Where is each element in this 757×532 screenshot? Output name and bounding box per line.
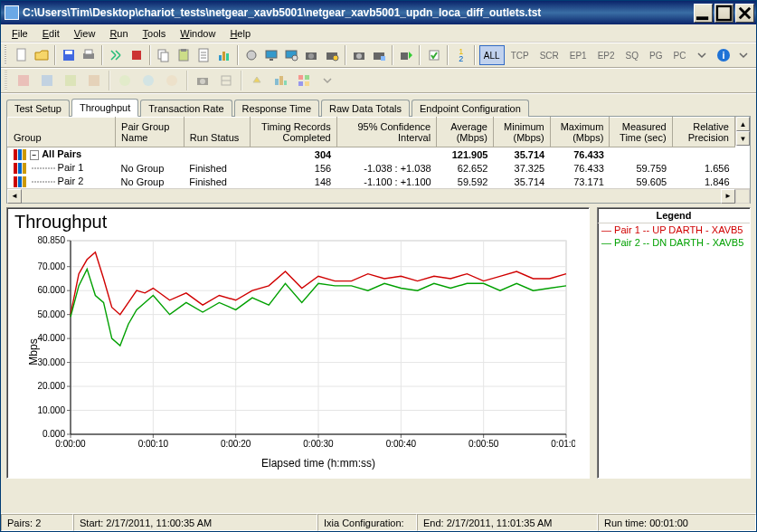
tool2-b-icon[interactable]	[36, 71, 58, 90]
tool2-d-icon[interactable]	[83, 71, 105, 90]
tab-test-setup[interactable]: Test Setup	[6, 100, 70, 117]
svg-point-20	[292, 55, 298, 61]
svg-rect-13	[219, 55, 222, 61]
tool2-e-icon[interactable]	[114, 71, 136, 90]
monitor-icon[interactable]	[262, 45, 280, 65]
tab-transaction-rate[interactable]: Transaction Rate	[140, 100, 232, 117]
svg-rect-35	[65, 75, 76, 86]
toolbar-grip[interactable]	[5, 71, 7, 90]
col-average[interactable]: Average (Mbps)	[437, 118, 494, 147]
scroll-down-icon[interactable]: ▼	[736, 131, 750, 146]
chevron-down-icon[interactable]	[734, 45, 752, 65]
col-pair-group-name[interactable]: Pair Group Name	[116, 118, 185, 147]
tab-throughput[interactable]: Throughput	[71, 99, 138, 117]
grid-horizontal-scrollbar[interactable]: ◄ ►	[7, 188, 750, 203]
filter-pg-button[interactable]: PG	[645, 45, 667, 65]
menu-help[interactable]: Help	[222, 26, 258, 41]
svg-rect-18	[270, 59, 273, 61]
menu-window[interactable]: Window	[173, 26, 222, 41]
filter-pc-button[interactable]: PC	[669, 45, 691, 65]
tool2-c-icon[interactable]	[60, 71, 81, 90]
menu-edit[interactable]: Edit	[35, 26, 67, 41]
tool2-i-icon[interactable]	[215, 71, 237, 90]
document-icon[interactable]	[194, 45, 213, 65]
tool2-f-icon[interactable]	[137, 71, 159, 90]
tool2-h-icon[interactable]	[192, 71, 213, 90]
svg-point-37	[119, 75, 130, 86]
export-icon[interactable]	[397, 45, 415, 65]
menu-tools[interactable]: Tools	[136, 26, 174, 41]
filter-ep2-button[interactable]: EP2	[593, 45, 620, 65]
filter-all-button[interactable]: ALL	[479, 45, 505, 65]
tool2-g-icon[interactable]	[161, 71, 183, 90]
mark-icon[interactable]	[424, 45, 442, 65]
tab-strip: Test Setup Throughput Transaction Rate R…	[1, 93, 756, 116]
legend-panel: Legend — Pair 1 -- UP DARTH - XAVB5 — Pa…	[597, 207, 751, 479]
tool2-k-icon[interactable]	[270, 71, 291, 90]
camera-icon[interactable]	[302, 45, 320, 65]
stop-icon[interactable]	[128, 45, 146, 65]
minimize-button[interactable]	[694, 4, 713, 23]
menu-file[interactable]: File	[5, 26, 35, 41]
camera-gear-icon[interactable]	[323, 45, 341, 65]
table-row[interactable]: −All Pairs 304 121.905 35.714 76.433	[8, 147, 735, 162]
paste-icon[interactable]	[175, 45, 193, 65]
col-run-status[interactable]: Run Status	[184, 118, 251, 147]
tool2-a-icon[interactable]	[13, 71, 34, 90]
menu-run[interactable]: Run	[102, 26, 135, 41]
legend-item[interactable]: — Pair 2 -- DN DARTH - XAVB5	[598, 236, 750, 249]
chevron-down-icon[interactable]	[692, 45, 710, 65]
copy-icon[interactable]	[155, 45, 173, 65]
halves-icon[interactable]: 12	[452, 45, 470, 65]
scroll-up-icon[interactable]: ▲	[736, 117, 750, 131]
grid-vertical-scrollbar[interactable]: ▲ ▼	[735, 117, 750, 146]
camera-sliders-icon[interactable]	[370, 45, 388, 65]
scroll-left-icon[interactable]: ◄	[7, 189, 22, 204]
col-measured[interactable]: Measured Time (sec)	[610, 118, 672, 147]
col-group[interactable]: Group	[8, 118, 116, 147]
filter-sq-button[interactable]: SQ	[621, 45, 643, 65]
throughput-chart: 0.00010.00020.00030.00040.00050.00060.00…	[24, 235, 575, 470]
svg-rect-11	[181, 49, 186, 52]
legend-item[interactable]: — Pair 1 -- UP DARTH - XAVB5	[598, 223, 750, 236]
collapse-icon[interactable]: −	[30, 150, 40, 160]
open-folder-icon[interactable]	[33, 45, 51, 65]
monitor-gear-icon[interactable]	[282, 45, 300, 65]
tool2-l-icon[interactable]	[293, 71, 315, 90]
tab-endpoint-config[interactable]: Endpoint Configuration	[412, 100, 529, 117]
table-row[interactable]: Pair 1 No Group Finished 156 -1.038 : +1…	[8, 161, 735, 175]
svg-rect-46	[298, 75, 303, 80]
settings-icon[interactable]	[242, 45, 260, 65]
col-maximum[interactable]: Maximum (Mbps)	[550, 118, 610, 147]
tab-response-time[interactable]: Response Time	[234, 100, 319, 117]
print-icon[interactable]	[80, 45, 98, 65]
chart-icon[interactable]	[214, 45, 232, 65]
tab-raw-data-totals[interactable]: Raw Data Totals	[321, 100, 410, 117]
chart-panel: Throughput Mbps 0.00010.00020.00030.0004…	[6, 207, 590, 479]
maximize-button[interactable]	[714, 4, 733, 23]
menu-view[interactable]: View	[67, 26, 103, 41]
table-row[interactable]: Pair 2 No Group Finished 148 -1.100 : +1…	[8, 175, 735, 188]
chevron-down-icon[interactable]	[317, 71, 338, 90]
svg-text:0:00:10: 0:00:10	[138, 439, 169, 449]
col-confidence[interactable]: 95% Confidence Interval	[336, 118, 436, 147]
toolbar-grip[interactable]	[5, 45, 6, 65]
info-icon[interactable]: i	[714, 45, 733, 65]
col-precision[interactable]: Relative Precision	[672, 118, 734, 147]
filter-tcp-button[interactable]: TCP	[506, 45, 534, 65]
save-icon[interactable]	[60, 45, 78, 65]
new-file-icon[interactable]	[12, 45, 30, 65]
filter-scr-button[interactable]: SCR	[535, 45, 563, 65]
camera2-icon[interactable]	[350, 45, 368, 65]
close-button[interactable]	[735, 4, 754, 23]
tool2-j-icon[interactable]	[246, 71, 268, 90]
status-end: End: 2/17/2011, 11:01:35 AM	[417, 514, 598, 531]
col-timing-records[interactable]: Timing Records Completed	[251, 118, 336, 147]
svg-text:70.000: 70.000	[37, 261, 65, 271]
filter-ep1-button[interactable]: EP1	[565, 45, 591, 65]
col-minimum[interactable]: Minimum (Mbps)	[493, 118, 550, 147]
svg-text:20.000: 20.000	[37, 381, 65, 391]
scroll-right-icon[interactable]: ►	[721, 189, 735, 204]
run-icon[interactable]	[107, 45, 125, 65]
svg-text:0:01:00: 0:01:00	[551, 439, 575, 449]
